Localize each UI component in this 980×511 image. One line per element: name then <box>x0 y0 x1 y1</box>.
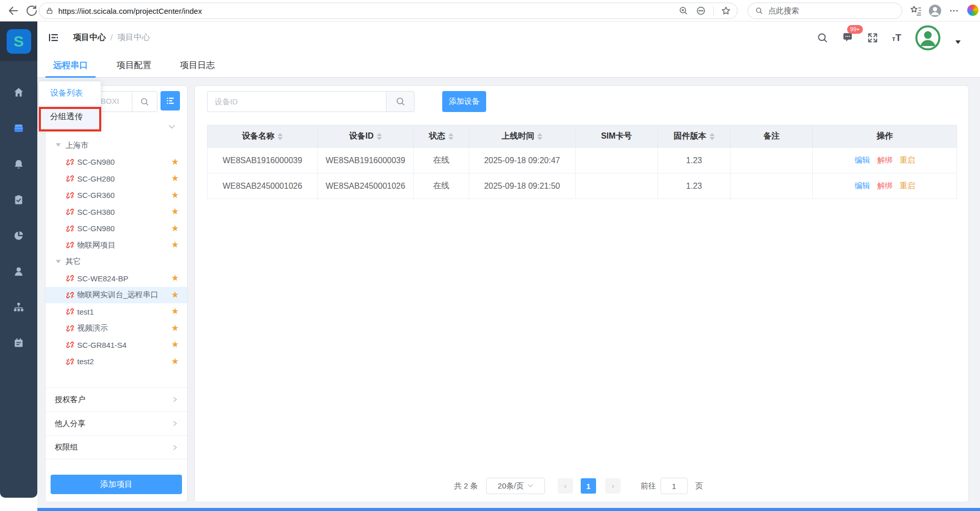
col-online-time[interactable]: 上线时间 <box>469 125 575 148</box>
project-filter-button[interactable] <box>161 91 180 110</box>
star-icon[interactable]: ★ <box>171 207 179 216</box>
section-permission-groups[interactable]: 权限组 <box>45 435 187 459</box>
reboot-link[interactable]: 重启 <box>900 155 915 164</box>
tree-item[interactable]: 视频演示 ★ <box>45 320 187 337</box>
star-icon[interactable]: ★ <box>171 158 179 166</box>
unbind-link[interactable]: 解绑 <box>877 155 893 164</box>
tree-group-other[interactable]: 其它 <box>45 254 187 271</box>
sort-icon[interactable] <box>537 133 542 140</box>
col-device-name[interactable]: 设备名称 <box>208 125 318 148</box>
collapse-menu-icon[interactable] <box>48 32 59 43</box>
sort-icon[interactable] <box>377 133 382 140</box>
section-shared-by-others[interactable]: 他人分享 <box>45 411 187 435</box>
star-icon[interactable]: ★ <box>171 357 179 366</box>
bell-icon[interactable] <box>13 159 25 170</box>
app-logo[interactable]: S <box>0 21 37 61</box>
next-page-button[interactable]: › <box>605 478 621 494</box>
star-icon[interactable]: ★ <box>171 174 179 183</box>
zoom-page-icon[interactable] <box>678 6 689 16</box>
tab-project-log[interactable]: 项目日志 <box>172 54 222 78</box>
tree-item[interactable]: SC-GN980 ★ <box>45 154 187 171</box>
star-icon[interactable]: ★ <box>171 224 179 233</box>
tab-project-config[interactable]: 项目配置 <box>109 54 159 78</box>
favorites-bar-icon[interactable] <box>910 5 922 17</box>
page-number-current[interactable]: 1 <box>581 478 596 494</box>
star-icon[interactable]: ★ <box>171 307 179 316</box>
header-search-icon[interactable] <box>817 32 828 43</box>
star-icon[interactable]: ★ <box>171 291 179 299</box>
add-project-button[interactable]: 添加项目 <box>51 475 182 494</box>
url-text[interactable]: https://iiot.scicala.com/projectCenter/i… <box>58 7 202 15</box>
tree-item[interactable]: SC-GN980 ★ <box>45 220 187 237</box>
unlink-icon <box>66 341 74 349</box>
star-icon[interactable]: ★ <box>171 340 179 349</box>
browser-menu-icon[interactable] <box>948 5 960 17</box>
user-icon[interactable] <box>13 265 25 277</box>
browser-refresh-icon[interactable] <box>26 5 38 17</box>
prev-page-button[interactable]: ‹ <box>558 478 573 494</box>
browser-profile-avatar[interactable] <box>928 4 942 17</box>
edit-link[interactable]: 编辑 <box>855 181 870 190</box>
device-panel: 添加设备 设备名称 设备ID 状态 上线时间 SIM卡号 固件版本 备注 <box>194 85 969 502</box>
star-icon[interactable]: ★ <box>171 191 179 199</box>
messages-button[interactable]: 99+ <box>842 31 853 45</box>
col-firmware[interactable]: 固件版本 <box>658 125 731 148</box>
section-authorized-clients[interactable]: 授权客户 <box>45 387 187 411</box>
goto-page-input[interactable] <box>660 478 688 494</box>
sort-icon[interactable] <box>448 133 453 140</box>
logbook-icon[interactable] <box>13 337 25 349</box>
tree-item[interactable]: SC-GH280 ★ <box>45 170 187 187</box>
chevron-right-icon <box>172 445 178 451</box>
projects-folder-icon[interactable] <box>13 122 25 134</box>
tree-item[interactable]: test1 ★ <box>45 303 187 320</box>
message-count-badge: 99+ <box>847 25 863 34</box>
ellipsis-badge-icon[interactable] <box>696 6 706 16</box>
browser-back-icon[interactable] <box>7 5 19 17</box>
browser-search-placeholder: 点此搜索 <box>768 6 799 16</box>
tree-item-selected[interactable]: 物联网实训台_远程串口 ★ <box>45 287 187 304</box>
copilot-icon[interactable] <box>967 5 978 16</box>
menu-item-device-list[interactable]: 设备列表 <box>39 81 101 105</box>
menu-item-group-passthrough[interactable]: 分组透传 <box>39 105 101 128</box>
tree-item[interactable]: SC-WE824-BP ★ <box>45 270 187 287</box>
star-icon[interactable]: ★ <box>171 240 179 249</box>
tree-group-shanghai[interactable]: 上海市 <box>45 137 187 154</box>
unlink-icon <box>66 241 74 249</box>
device-search-button[interactable] <box>386 91 415 112</box>
org-chart-icon[interactable] <box>13 301 25 313</box>
col-device-id[interactable]: 设备ID <box>317 125 414 148</box>
tree-item[interactable]: test2 ★ <box>45 353 187 370</box>
fullscreen-icon[interactable] <box>867 32 878 43</box>
col-status[interactable]: 状态 <box>414 125 469 148</box>
app-sidebar: S <box>0 21 37 498</box>
pie-chart-icon[interactable] <box>13 230 25 241</box>
sort-icon[interactable] <box>278 133 283 140</box>
browser-search-box[interactable]: 点此搜索 <box>747 3 902 19</box>
user-avatar[interactable] <box>915 25 941 51</box>
project-search-button[interactable] <box>132 91 157 112</box>
breadcrumb-separator: / <box>110 33 112 42</box>
clipboard-check-icon[interactable] <box>13 194 25 206</box>
home-icon[interactable] <box>13 86 25 98</box>
tree-item[interactable]: 物联网项目 ★ <box>45 237 187 254</box>
address-bar[interactable]: https://iiot.scicala.com/projectCenter/i… <box>39 3 738 19</box>
tree-item[interactable]: SC-GR360 ★ <box>45 187 187 204</box>
cell-remark <box>731 173 813 199</box>
edit-link[interactable]: 编辑 <box>855 155 870 164</box>
bookmark-star-icon[interactable] <box>721 6 731 16</box>
device-id-input[interactable] <box>207 91 386 112</box>
tab-remote-serial[interactable]: 远程串口 <box>45 54 96 78</box>
collapse-group-chevron[interactable] <box>168 123 176 131</box>
star-icon[interactable]: ★ <box>171 274 179 282</box>
tree-item[interactable]: SC-GR841-S4 ★ <box>45 337 187 353</box>
font-size-icon[interactable]: тT <box>892 32 901 43</box>
tree-item[interactable]: SC-GH380 ★ <box>45 204 187 220</box>
sort-icon[interactable] <box>710 133 715 140</box>
reboot-link[interactable]: 重启 <box>900 181 915 190</box>
star-icon[interactable]: ★ <box>171 324 179 332</box>
unbind-link[interactable]: 解绑 <box>877 181 893 190</box>
add-device-button[interactable]: 添加设备 <box>442 91 486 112</box>
breadcrumb-parent[interactable]: 项目中心 <box>73 32 106 43</box>
page-size-select[interactable]: 20条/页 <box>486 478 545 494</box>
avatar-dropdown-caret[interactable] <box>955 40 961 45</box>
